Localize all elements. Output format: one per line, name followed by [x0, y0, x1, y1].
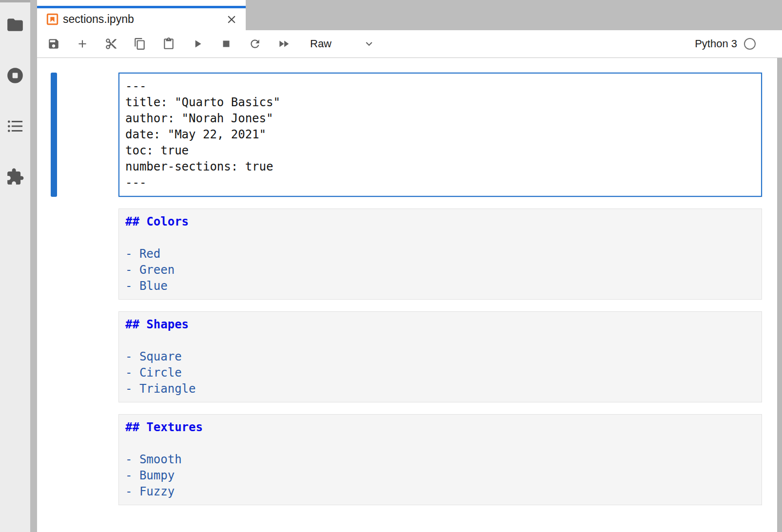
run-icon [191, 38, 204, 50]
cell-type-value: Raw [310, 38, 332, 50]
code-line: - Smooth [125, 452, 755, 468]
cell-prompt-gutter [57, 209, 118, 300]
tab-sections-ipynb[interactable]: sections.ipynb [37, 0, 246, 30]
cell-collapser[interactable] [51, 73, 57, 197]
paste-icon [162, 38, 175, 50]
restart-icon [249, 38, 261, 50]
code-line: - Square [125, 349, 755, 365]
cell-prompt-gutter [57, 73, 118, 197]
cell-collapser [51, 209, 57, 300]
cell-editor[interactable]: ## Colors - Red- Green- Blue [118, 209, 762, 300]
kernel-name: Python 3 [695, 38, 737, 50]
close-icon [225, 13, 238, 26]
code-line: - Blue [125, 278, 755, 294]
code-line: - Green [125, 262, 755, 278]
cell-editor[interactable]: ---title: "Quarto Basics"author: "Norah … [118, 73, 762, 197]
tab-close-button[interactable] [225, 13, 238, 26]
notebook-cells: ---title: "Quarto Basics"author: "Norah … [37, 58, 782, 532]
tab-title: sections.ipynb [63, 13, 225, 26]
code-line: - Fuzzy [125, 484, 755, 500]
code-line: ## Textures [125, 419, 755, 436]
notebook-icon [46, 13, 59, 25]
sidebar-item-file-browser[interactable] [5, 15, 25, 35]
code-line: --- [125, 175, 755, 191]
code-line: - Bumpy [125, 468, 755, 484]
stop-icon [220, 38, 233, 50]
markdown-cell[interactable]: ## Colors - Red- Green- Blue [51, 209, 762, 300]
code-line: - Circle [125, 365, 755, 381]
puzzle-icon [6, 168, 24, 186]
run-cell-button[interactable] [191, 38, 204, 50]
sidebar-item-extension-manager[interactable] [5, 167, 25, 187]
restart-kernel-button[interactable] [249, 38, 261, 50]
paste-cells-button[interactable] [162, 38, 175, 50]
stop-circle-icon [6, 66, 24, 85]
kernel-indicator[interactable]: Python 3 [695, 38, 756, 50]
list-icon [6, 117, 24, 135]
folder-icon [6, 16, 24, 34]
save-icon [47, 38, 60, 50]
code-line [125, 333, 755, 349]
code-line: ## Shapes [125, 317, 755, 333]
code-line: - Red [125, 246, 755, 262]
left-activity-bar [0, 0, 30, 532]
cell-editor[interactable]: ## Textures - Smooth- Bumpy- Fuzzy [118, 414, 762, 505]
code-line: title: "Quarto Basics" [125, 95, 755, 111]
chevron-down-icon [363, 38, 375, 50]
cell-prompt-gutter [57, 311, 118, 402]
code-line: - Triangle [125, 381, 755, 397]
restart-run-all-button[interactable] [277, 38, 290, 50]
fast-forward-icon [277, 38, 290, 50]
cut-icon [105, 38, 117, 50]
code-line: number-sections: true [125, 159, 755, 175]
cut-cells-button[interactable] [105, 38, 117, 50]
interrupt-kernel-button[interactable] [220, 38, 233, 50]
sidebar-top-border [0, 0, 30, 2]
main-area: sections.ipynb [37, 0, 782, 532]
cell-type-dropdown[interactable]: Raw [310, 38, 375, 50]
sidebar-divider[interactable] [30, 0, 37, 532]
insert-cell-button[interactable] [76, 38, 89, 50]
save-button[interactable] [47, 38, 60, 50]
cell-collapser [51, 414, 57, 505]
cell-prompt-gutter [57, 414, 118, 505]
sidebar-item-table-of-contents[interactable] [5, 116, 25, 136]
notebook-toolbar: Raw Python 3 [37, 30, 782, 58]
right-scroll-gutter[interactable] [777, 58, 782, 532]
kernel-status-icon [744, 38, 756, 50]
code-line: date: "May 22, 2021" [125, 127, 755, 143]
cell-collapser [51, 311, 57, 402]
code-line: toc: true [125, 143, 755, 159]
copy-icon [134, 38, 146, 50]
code-line: --- [125, 78, 755, 95]
raw-cell[interactable]: ---title: "Quarto Basics"author: "Norah … [51, 73, 762, 197]
plus-icon [76, 38, 89, 50]
copy-cells-button[interactable] [134, 38, 146, 50]
code-line [125, 436, 755, 452]
jupyterlab-window: sections.ipynb [0, 0, 782, 532]
code-line [125, 230, 755, 246]
cell-editor[interactable]: ## Shapes - Square- Circle- Triangle [118, 311, 762, 402]
code-line: author: "Norah Jones" [125, 111, 755, 127]
dock-tab-bar: sections.ipynb [37, 0, 782, 30]
markdown-cell[interactable]: ## Shapes - Square- Circle- Triangle [51, 311, 762, 402]
markdown-cell[interactable]: ## Textures - Smooth- Bumpy- Fuzzy [51, 414, 762, 505]
sidebar-item-running-sessions[interactable] [5, 66, 25, 85]
code-line: ## Colors [125, 214, 755, 230]
